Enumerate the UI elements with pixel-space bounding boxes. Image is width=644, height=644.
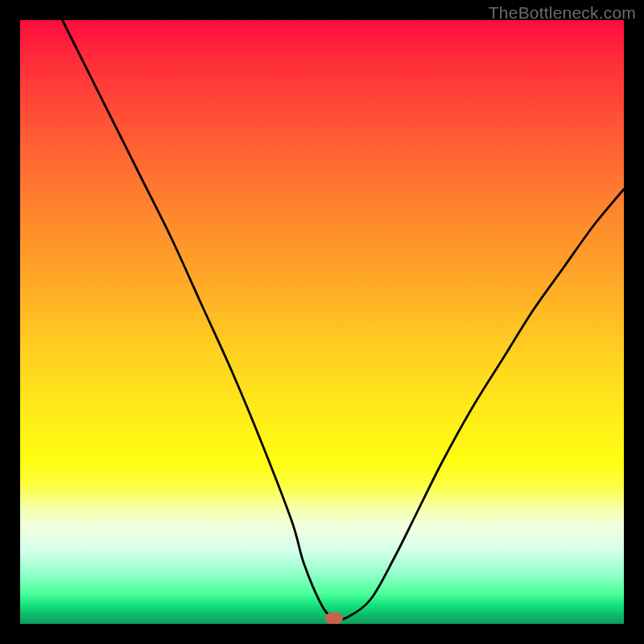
bottleneck-curve bbox=[63, 20, 625, 620]
curve-layer bbox=[20, 20, 624, 624]
attribution-text: TheBottleneck.com bbox=[489, 3, 636, 23]
optimal-point-marker bbox=[325, 613, 343, 624]
chart-stage: TheBottleneck.com bbox=[0, 0, 644, 644]
plot-area bbox=[20, 20, 624, 624]
